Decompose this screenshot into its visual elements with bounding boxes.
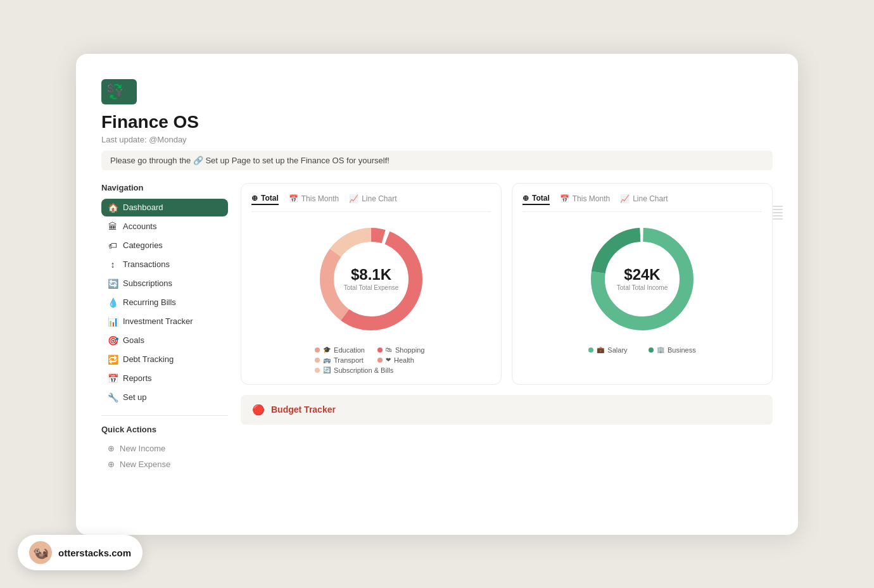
logo: 💱 (101, 79, 773, 107)
health-icon: ❤ (386, 356, 391, 363)
header: 💱 Finance OS Last update: @Monday Please… (101, 79, 773, 170)
badge-text: otterstacks.com (58, 547, 131, 558)
legend-shopping: 🛍 Shopping (377, 346, 428, 354)
business-icon: 🏢 (657, 346, 664, 353)
sidebar: Navigation 🏠Dashboard🏛Accounts🏷Categorie… (101, 183, 228, 472)
expense-legend: 🎓 Education 🛍 Shopping 🚌 (315, 346, 428, 374)
sidebar-item-recurring-bills[interactable]: 💧Recurring Bills (101, 294, 228, 311)
expense-label: Total Total Expense (344, 284, 399, 291)
income-donut-wrapper: $24K Total Total Income (585, 222, 699, 336)
recurring-bills-icon: 💧 (108, 297, 118, 308)
bottom-badge: 🦦 otterstacks.com (18, 535, 142, 570)
goals-icon: 🎯 (108, 335, 118, 346)
sidebar-divider (101, 415, 228, 416)
income-month-icon: 📅 (560, 194, 569, 203)
set-up-icon: 🔧 (108, 392, 118, 403)
budget-icon: 🔴 (252, 404, 265, 416)
education-icon: 🎓 (323, 346, 331, 353)
legend-education: 🎓 Education (315, 346, 365, 354)
shopping-dot (377, 347, 383, 353)
categories-icon: 🏷 (108, 241, 118, 251)
sidebar-item-categories[interactable]: 🏷Categories (101, 237, 228, 254)
salary-icon: 💼 (597, 346, 604, 353)
debt-tracking-icon: 🔁 (108, 354, 118, 365)
expense-donut-container: $8.1K Total Total Expense 🎓 Education (251, 222, 491, 374)
expense-amount: $8.1K (344, 266, 399, 283)
sidebar-item-subscriptions[interactable]: 🔄Subscriptions (101, 275, 228, 292)
income-tab-this-month[interactable]: 📅 This Month (560, 194, 610, 205)
legend-transport: 🚌 Transport (315, 356, 365, 364)
legend-health: ❤ Health (377, 356, 428, 364)
main-content: ⊕ Total 📅 This Month 📈 Line Chart (241, 183, 773, 472)
business-dot (649, 347, 654, 353)
badge-avatar: 🦦 (29, 541, 52, 564)
expense-tab-this-month[interactable]: 📅 This Month (289, 194, 339, 205)
transport-icon: 🚌 (323, 356, 331, 363)
quick-actions: ⊕New Income⊕New Expense (101, 441, 228, 472)
salary-dot (588, 347, 593, 353)
income-tab-line-chart[interactable]: 📈 Line Chart (620, 194, 668, 205)
transport-dot (315, 358, 320, 363)
sidebar-item-reports[interactable]: 📅Reports (101, 370, 228, 387)
navigation-title: Navigation (101, 183, 228, 192)
income-amount: $24K (617, 266, 668, 283)
new-income-icon: ⊕ (108, 444, 115, 453)
quick-action-new-expense[interactable]: ⊕New Expense (101, 456, 228, 472)
income-donut-container: $24K Total Total Income 💼 Salary (522, 222, 762, 354)
income-donut-center: $24K Total Total Income (617, 266, 668, 291)
health-dot (377, 358, 383, 363)
month-icon: 📅 (289, 194, 298, 203)
legend-business: 🏢 Business (649, 346, 696, 354)
nav-items: 🏠Dashboard🏛Accounts🏷Categories↕Transacti… (101, 199, 228, 406)
quick-action-new-income[interactable]: ⊕New Income (101, 441, 228, 456)
income-total-icon: ⊕ (522, 194, 529, 203)
subscriptions-icon: 🔄 (108, 278, 118, 289)
expense-tab-line-chart[interactable]: 📈 Line Chart (349, 194, 396, 205)
reports-icon: 📅 (108, 373, 118, 384)
sidebar-item-transactions[interactable]: ↕Transactions (101, 256, 228, 273)
legend-subscription: 🔄 Subscription & Bills (315, 366, 428, 374)
investment-tracker-icon: 📊 (108, 316, 118, 327)
total-icon: ⊕ (251, 194, 258, 203)
income-legend: 💼 Salary 🏢 Business (588, 346, 695, 354)
transactions-icon: ↕ (108, 260, 118, 270)
accounts-icon: 🏛 (108, 222, 118, 232)
income-label: Total Total Income (617, 284, 668, 291)
quick-actions-title: Quick Actions (101, 425, 228, 434)
budget-tracker-title: Budget Tracker (271, 404, 336, 415)
dashboard-icon: 🏠 (108, 203, 118, 213)
sidebar-item-investment-tracker[interactable]: 📊Investment Tracker (101, 313, 228, 330)
line-chart-icon: 📈 (349, 194, 358, 203)
income-tab-total[interactable]: ⊕ Total (522, 194, 550, 205)
sidebar-item-debt-tracking[interactable]: 🔁Debt Tracking (101, 351, 228, 368)
app-title: Finance OS (101, 112, 773, 132)
subscription-icon: 🔄 (323, 366, 331, 373)
expense-chart-tabs: ⊕ Total 📅 This Month 📈 Line Chart (251, 194, 491, 212)
expense-chart-card: ⊕ Total 📅 This Month 📈 Line Chart (241, 183, 502, 385)
income-chart-card: ⊕ Total 📅 This Month 📈 Line Chart (512, 183, 773, 385)
expense-donut-wrapper: $8.1K Total Total Expense (314, 222, 428, 336)
charts-row: ⊕ Total 📅 This Month 📈 Line Chart (241, 183, 773, 385)
expense-donut-center: $8.1K Total Total Expense (344, 266, 399, 291)
sidebar-item-dashboard[interactable]: 🏠Dashboard (101, 199, 228, 216)
main-layout: Navigation 🏠Dashboard🏛Accounts🏷Categorie… (101, 183, 773, 472)
shopping-icon: 🛍 (386, 346, 392, 353)
new-expense-icon: ⊕ (108, 460, 115, 469)
income-chart-tabs: ⊕ Total 📅 This Month 📈 Line Chart (522, 194, 762, 212)
expense-tab-total[interactable]: ⊕ Total (251, 194, 279, 205)
income-line-icon: 📈 (620, 194, 630, 203)
education-dot (315, 347, 320, 353)
sidebar-item-goals[interactable]: 🎯Goals (101, 332, 228, 349)
app-window: 💱 Finance OS Last update: @Monday Please… (76, 54, 798, 535)
subscription-dot (315, 368, 320, 373)
sidebar-item-set-up[interactable]: 🔧Set up (101, 389, 228, 406)
sidebar-item-accounts[interactable]: 🏛Accounts (101, 218, 228, 235)
budget-tracker-bar: 🔴 Budget Tracker (241, 395, 773, 425)
last-update: Last update: @Monday (101, 135, 773, 144)
svg-text:💱: 💱 (106, 83, 124, 100)
column-indicator (773, 206, 783, 220)
setup-banner: Please go through the 🔗 Set up Page to s… (101, 151, 773, 170)
legend-salary: 💼 Salary (588, 346, 636, 354)
